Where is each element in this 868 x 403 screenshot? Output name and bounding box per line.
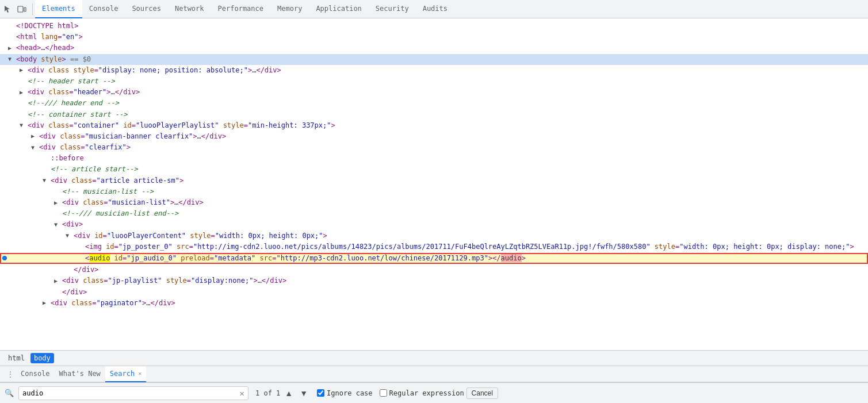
ignore-case-wrap: Ignore case (317, 389, 372, 397)
dom-tree-line[interactable]: <html lang="en"> (0, 32, 868, 43)
search-next-button[interactable]: ▼ (297, 387, 310, 399)
dom-tree-line[interactable]: ▶<div class="jp-playlist" style="display… (0, 275, 868, 286)
cursor-icon[interactable] (2, 3, 14, 15)
dom-tree-line[interactable]: ▶<div class="paginator">…</div> (0, 298, 868, 309)
tab-audits[interactable]: Audits (416, 0, 454, 18)
bottom-tabs: ⋮ Console What's New Search ✕ (0, 366, 868, 382)
bottom-tabs-menu-icon[interactable]: ⋮ (5, 370, 16, 378)
bottom-tab-search[interactable]: Search ✕ (105, 366, 146, 382)
dom-tree-line[interactable]: ▶<head>…</head> (0, 43, 868, 53)
dom-tree-line[interactable]: <!--/// musician-list end--> (0, 208, 868, 219)
tree-toggle[interactable]: ▶ (20, 66, 28, 75)
tree-toggle[interactable]: ▼ (8, 55, 16, 64)
search-cancel-button[interactable]: Cancel (466, 387, 498, 399)
tree-toggle[interactable]: ▼ (43, 176, 51, 185)
tab-console[interactable]: Console (82, 0, 125, 18)
regex-checkbox[interactable] (380, 389, 387, 397)
search-clear-icon[interactable]: ✕ (240, 389, 244, 398)
bottom-tab-console[interactable]: Console (16, 366, 55, 382)
tree-toggle[interactable]: ▶ (20, 88, 28, 97)
dom-tree-line[interactable]: </div> (0, 287, 868, 298)
tree-toggle[interactable]: ▶ (31, 132, 39, 141)
devtools-tab-bar: Elements Console Sources Network Perform… (0, 0, 868, 18)
tree-toggle[interactable]: ▶ (43, 298, 51, 308)
breadcrumb-bar: html body (0, 350, 868, 366)
devtools-icon-bar (2, 3, 33, 15)
dom-tree-line[interactable]: </div> (0, 264, 868, 275)
tab-memory[interactable]: Memory (270, 0, 309, 18)
search-tab-close-icon[interactable]: ✕ (138, 370, 142, 377)
ignore-case-checkbox[interactable] (317, 389, 324, 397)
tree-toggle[interactable]: ▼ (54, 220, 62, 229)
search-input-wrap: ✕ (18, 386, 248, 400)
tab-sources[interactable]: Sources (125, 0, 168, 18)
tree-toggle[interactable]: ▼ (31, 143, 39, 152)
dom-tree-line[interactable]: ▶<div class="header">…</div> (0, 87, 868, 98)
tab-network[interactable]: Network (168, 0, 211, 18)
dom-tree-line[interactable]: ▼<div class="clearfix"> (0, 142, 868, 153)
dom-tree-line[interactable]: ▶<div class="musician-banner clearfix">…… (0, 131, 868, 142)
tree-toggle[interactable]: ▼ (20, 121, 28, 130)
dom-tree-line[interactable]: ▶<div class="musician-list">…</div> (0, 197, 868, 208)
tab-performance[interactable]: Performance (211, 0, 270, 18)
search-count: 1 of 1 (255, 389, 280, 397)
device-toggle-icon[interactable] (16, 3, 28, 15)
search-bar: 🔍 ✕ 1 of 1 ▲ ▼ Ignore case Regular expre… (0, 382, 868, 403)
dom-tree-line[interactable]: <!-- article start--> (0, 164, 868, 175)
dom-tree-line[interactable]: <audio id="jp_audio_0" preload="metadata… (0, 253, 868, 264)
dom-tree-line[interactable]: <!-- musician-list --> (0, 186, 868, 197)
dom-tree-line[interactable]: <img id="jp_poster_0" src="http://img-cd… (0, 241, 868, 252)
regex-wrap: Regular expression (380, 389, 464, 397)
bottom-tab-whats-new[interactable]: What's New (55, 366, 105, 382)
main-panel: <!DOCTYPE html><html lang="en">▶<head>…<… (0, 18, 868, 403)
search-prev-button[interactable]: ▲ (282, 387, 295, 399)
tree-toggle[interactable]: ▼ (66, 231, 74, 240)
dom-tree-line[interactable]: ▼<div id="luooPlayerContent" style="widt… (0, 231, 868, 241)
search-magnifier-icon: 🔍 (5, 389, 14, 397)
dom-tree-line[interactable]: ::before (0, 153, 868, 164)
breadcrumb-html[interactable]: html (5, 353, 28, 363)
dom-tree-line[interactable]: ▼<div class="container" id="luooPlayerPl… (0, 120, 868, 131)
regex-label[interactable]: Regular expression (389, 389, 464, 397)
dom-tree-line[interactable]: ▶<div class style="display: none; positi… (0, 65, 868, 76)
dom-tree-line[interactable]: ▼<body style> == $0 (0, 54, 868, 65)
dom-tree-line[interactable]: <!--/// header end --> (0, 98, 868, 109)
dom-tree-line[interactable]: <!DOCTYPE html> (0, 21, 868, 32)
tab-elements[interactable]: Elements (35, 0, 82, 18)
dom-tree-line[interactable]: ▼<div class="article article-sm"> (0, 175, 868, 186)
dom-tree-line[interactable]: <!-- header start --> (0, 76, 868, 87)
breadcrumb-body[interactable]: body (30, 353, 54, 363)
dom-tree-line[interactable]: <!-- container start --> (0, 109, 868, 120)
search-input[interactable] (22, 389, 240, 397)
dom-tree[interactable]: <!DOCTYPE html><html lang="en">▶<head>…<… (0, 18, 868, 350)
tree-toggle[interactable]: ▶ (8, 44, 16, 53)
svg-rect-0 (18, 6, 23, 12)
tree-toggle[interactable]: ▶ (54, 277, 62, 286)
dom-tree-line[interactable]: ▼<div> (0, 219, 868, 230)
tree-toggle[interactable]: ▶ (54, 198, 62, 208)
tab-security[interactable]: Security (369, 0, 416, 18)
ignore-case-label[interactable]: Ignore case (327, 389, 372, 397)
svg-rect-1 (24, 7, 26, 11)
tab-application[interactable]: Application (309, 0, 368, 18)
